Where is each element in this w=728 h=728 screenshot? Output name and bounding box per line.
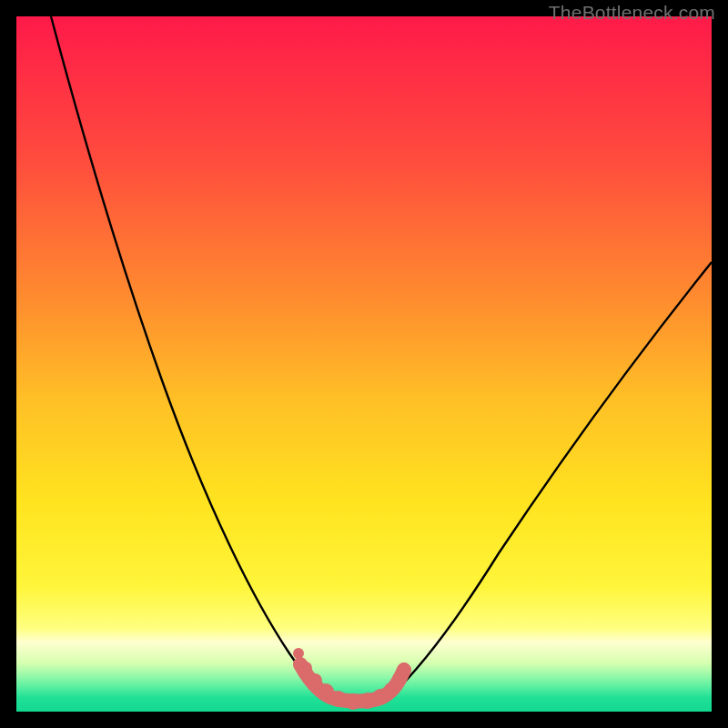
svg-point-10: [392, 672, 405, 685]
curve-right: [389, 262, 712, 697]
svg-point-1: [293, 648, 304, 659]
curve-left: [51, 16, 324, 697]
chart-stage: TheBottleneck.com: [0, 0, 728, 728]
svg-point-6: [345, 693, 361, 710]
plot-area: [16, 16, 712, 712]
svg-point-5: [330, 691, 347, 707]
chart-curves: [16, 16, 712, 712]
svg-point-3: [308, 673, 322, 688]
svg-point-2: [299, 662, 312, 674]
watermark-text: TheBottleneck.com: [549, 2, 715, 24]
svg-point-11: [399, 662, 410, 673]
